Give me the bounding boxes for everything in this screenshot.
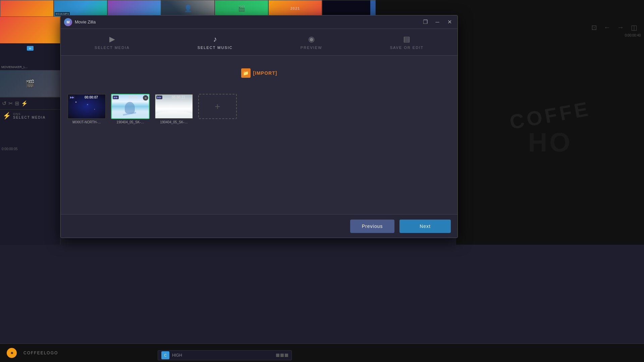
motion-icon[interactable]: ⚡ [21, 100, 28, 107]
add-media-placeholder[interactable]: + [198, 94, 237, 124]
media-item-2[interactable]: ▶▶ 00:00:… ✕ 190404_05_SK-… [111, 94, 150, 124]
film-thumb-3[interactable] [107, 0, 161, 17]
modal-content: 📁 [IMPORT] ▶▶ [61, 56, 458, 214]
import-section: 📁 [IMPORT] [67, 66, 451, 80]
right-desktop: COFFE HO ◫ → ← ⊡ 0:00:00:40 [456, 17, 644, 245]
minimize-button[interactable]: ─ [433, 17, 442, 27]
save-or-edit-icon: ▤ [403, 35, 410, 44]
next-button[interactable]: Next [399, 220, 451, 233]
media-thumb-3: ▶▶ 00:00:11 [155, 94, 193, 119]
film-thumb-6[interactable]: 2021 [268, 0, 322, 17]
media-badge-2: ▶▶ [113, 96, 119, 99]
sidebar-thumb-1[interactable] [0, 17, 60, 44]
step-select-music[interactable]: ♪ SELECT MUSIC [198, 35, 233, 50]
media-thumb-1: ▶▶ 00:00:07 [67, 94, 106, 119]
select-music-label: SELECT MUSIC [198, 46, 233, 50]
preview-label: PREVIEW [301, 46, 322, 50]
status-progress-text: HIGH [172, 353, 273, 358]
timeline-time-left: 0:00:00:05 [2, 147, 17, 151]
sidebar-thumb-2[interactable]: M MOVIEMAKER_L... [0, 44, 60, 70]
film-thumb-7[interactable] [322, 0, 376, 17]
step-select-media[interactable]: ▶ SELECT MEDIA [95, 35, 130, 50]
toolbar-row: ↺ ✂ ⊞ ⚡ [0, 97, 60, 110]
app-logo: M [64, 18, 72, 26]
undo-icon[interactable]: ↺ [2, 100, 6, 107]
cut-icon[interactable]: ✂ [8, 100, 13, 107]
motion-section: ⚡ ONS SELECT MEDIA [0, 110, 60, 122]
status-logo: ☀ [7, 348, 17, 358]
media-grid: ▶▶ 00:00:07 MIXKIT-NORTH-… [67, 90, 451, 127]
select-media-icon: ▶ [109, 35, 115, 44]
add-media-icon: + [198, 94, 237, 119]
media-badge-1: ▶▶ [69, 96, 75, 99]
media-duration-1: 00:00:07 [85, 96, 98, 99]
media-duration-2: 00:00:… [128, 96, 142, 99]
media-name-2: 190404_05_SK-… [111, 120, 150, 124]
window-controls: ❐ ─ ✕ [421, 17, 454, 27]
previous-button[interactable]: Previous [350, 220, 394, 233]
media-item-3[interactable]: ▶▶ 00:00:11 190404_05_SK-… [155, 94, 193, 124]
media-name-1: MIXKIT-NORTH-… [67, 120, 106, 124]
sidebar-thumb-3[interactable]: 🎬 [0, 70, 60, 97]
import-label: [IMPORT] [253, 70, 277, 76]
media-item-1[interactable]: ▶▶ 00:00:07 MIXKIT-NORTH-… [67, 94, 106, 124]
close-button[interactable]: ✕ [445, 17, 454, 27]
modal-footer: Previous Next [61, 214, 458, 238]
split-icon[interactable]: ⊞ [15, 100, 19, 107]
status-progress-bar: C HIGH [158, 350, 292, 360]
preview-icon: ◉ [308, 35, 315, 44]
status-bar: ☀ COFFEELOGO C HIGH [0, 344, 644, 362]
modal-window: M Movie Zilla ❐ ─ ✕ ▶ SELECT MEDIA ♪ SEL… [60, 15, 458, 238]
sidebar-left: M MOVIEMAKER_L... 🎬 ↺ ✂ ⊞ ⚡ ⚡ ONS SELECT… [0, 17, 60, 245]
import-folder-icon: 📁 [241, 68, 251, 78]
time-right: 0:00:00:40 [625, 34, 641, 37]
filmstrip-top: EG16.MP4 👤 🎬 2021 [0, 0, 644, 17]
media-close-2[interactable]: ✕ [143, 95, 148, 101]
step-save-or-edit[interactable]: ▤ SAVE OR EDIT [390, 35, 424, 50]
film-thumb-1[interactable] [0, 0, 54, 17]
select-music-icon: ♪ [213, 35, 217, 44]
sidebar-label-moviemaker: MOVIEMAKER_L... [1, 65, 28, 69]
right-text-2: HO [528, 127, 572, 158]
media-badge-3: ▶▶ [156, 96, 162, 99]
film-thumb-5[interactable]: 🎬 [215, 0, 268, 17]
media-thumb-2: ▶▶ 00:00:… ✕ [111, 94, 150, 119]
film-thumb-4[interactable]: 👤 [161, 0, 215, 17]
select-media-label: SELECT MEDIA [95, 46, 130, 50]
media-name-3: 190404_05_SK-… [155, 120, 193, 124]
import-button[interactable]: 📁 [IMPORT] [236, 66, 283, 80]
film-thumb-2[interactable]: EG16.MP4 [54, 0, 107, 17]
save-or-edit-label: SAVE OR EDIT [390, 46, 424, 50]
restore-button[interactable]: ❐ [421, 17, 430, 27]
app-title: Movie Zilla [75, 19, 421, 24]
step-preview[interactable]: ◉ PREVIEW [301, 35, 322, 50]
status-app-name: COFFEELOGO [23, 351, 58, 355]
media-duration-3: 00:00:11 [172, 96, 185, 99]
motion-label: SELECT MEDIA [13, 116, 46, 119]
title-bar: M Movie Zilla ❐ ─ ✕ [61, 15, 458, 29]
steps-nav: ▶ SELECT MEDIA ♪ SELECT MUSIC ◉ PREVIEW … [61, 29, 458, 56]
